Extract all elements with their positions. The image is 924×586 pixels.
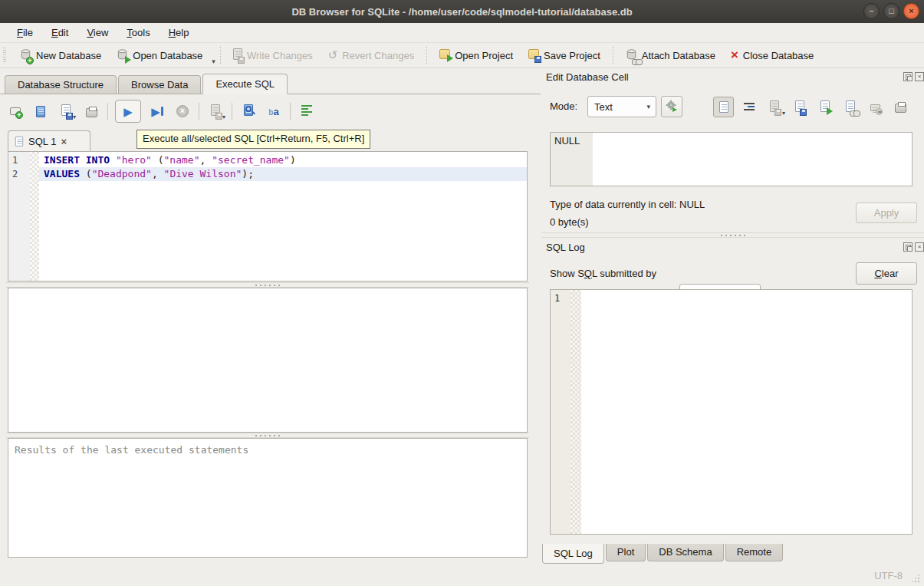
import-data-button: ▾ — [764, 97, 784, 117]
menu-tools[interactable]: Tools — [117, 23, 159, 42]
format-sql-button[interactable] — [298, 101, 316, 121]
tooltip: Execute all/selected SQL [Ctrl+Return, F… — [136, 130, 370, 149]
cell-editor-content[interactable] — [593, 133, 912, 186]
tab-close-icon[interactable]: × — [61, 136, 67, 147]
open-database-button[interactable]: Open Database — [109, 44, 210, 66]
word-wrap-button[interactable] — [738, 97, 759, 117]
open-sql-file-icon — [36, 106, 45, 117]
sql-code-editor[interactable]: 1 2 INSERT INTO "hero" ("name", "secret_… — [8, 151, 528, 281]
splitter-handle[interactable] — [541, 232, 924, 238]
menu-help[interactable]: Help — [159, 23, 199, 42]
cell-value: NULL — [554, 135, 580, 146]
app-window: DB Browser for SQLite - /home/user/code/… — [0, 0, 924, 586]
dock-close-icon[interactable]: × — [915, 242, 924, 252]
tab-sql-log[interactable]: SQL Log — [542, 544, 604, 564]
save-sql-file-button[interactable]: ▾ — [57, 101, 75, 121]
save-results-button: ▾ — [206, 101, 225, 121]
execute-all-button[interactable]: ▶ — [115, 100, 141, 123]
toolbar-separator — [199, 103, 199, 120]
execute-all-icon: ▶ — [123, 106, 133, 117]
open-in-app-button[interactable] — [814, 97, 835, 117]
log-content[interactable] — [581, 290, 912, 534]
log-fold-margin — [571, 290, 581, 534]
link-icon — [846, 100, 855, 114]
sql-log-view[interactable]: 1 — [550, 289, 912, 535]
dock-float-icon[interactable] — [903, 72, 912, 81]
save-sql-dropdown-icon[interactable]: ▾ — [73, 114, 76, 120]
word-wrap-icon — [744, 103, 755, 112]
results-grid-pane[interactable] — [8, 288, 528, 433]
main-toolbar: + New Database Open Database ▾ Write Cha… — [0, 43, 924, 68]
sql-toolbar: + ▾ ▶ ▶ × ▾ ba — [6, 98, 316, 124]
window-title: DB Browser for SQLite - /home/user/code/… — [291, 6, 632, 18]
open-sql-file-button[interactable] — [31, 101, 50, 121]
find-button[interactable] — [239, 101, 258, 121]
close-database-button[interactable]: × Close Database — [723, 44, 821, 66]
attach-database-button[interactable]: Attach Database — [618, 44, 723, 66]
results-message-pane[interactable]: Results of the last executed statements — [8, 438, 528, 558]
mode-select[interactable]: Text ▾ — [587, 96, 656, 117]
edit-cell-dock-buttons: × — [903, 72, 924, 81]
print-cell-button[interactable] — [890, 97, 911, 117]
save-project-button[interactable]: Save Project — [521, 44, 608, 66]
print-sql-button[interactable] — [82, 101, 100, 121]
sql-file-tab[interactable]: SQL 1 × — [8, 130, 90, 151]
import-icon — [770, 100, 779, 114]
revert-changes-icon: ↺ — [328, 48, 338, 62]
code-line-current: VALUES ("Deadpond", "Dive Wilson"); — [39, 167, 527, 181]
write-changes-button: Write Changes — [225, 44, 321, 66]
line-number: 1 — [12, 153, 30, 167]
title-bar: DB Browser for SQLite - /home/user/code/… — [0, 0, 924, 23]
maximize-icon[interactable]: □ — [883, 3, 899, 19]
dock-close-icon[interactable]: × — [915, 72, 924, 81]
cell-value-editor[interactable]: NULL — [550, 132, 912, 186]
close-icon[interactable]: × — [903, 3, 919, 19]
menu-bar: File Edit View Tools Help — [0, 23, 924, 43]
new-database-icon: + — [20, 48, 31, 63]
menu-edit[interactable]: Edit — [42, 23, 77, 42]
line-number: 2 — [12, 167, 30, 181]
splitter-handle[interactable] — [6, 433, 529, 438]
dock-float-icon[interactable] — [903, 242, 912, 252]
menu-file[interactable]: File — [8, 23, 42, 42]
export-data-button[interactable] — [789, 97, 810, 117]
tab-browse-data[interactable]: Browse Data — [118, 75, 201, 94]
toolbar-separator — [107, 103, 108, 120]
stop-execution-button: × — [173, 101, 192, 121]
format-icon — [301, 105, 312, 117]
open-project-button[interactable]: Open Project — [432, 44, 521, 66]
text-mode-button[interactable] — [713, 97, 734, 117]
gear-import-icon — [666, 100, 678, 114]
tab-execute-sql[interactable]: Execute SQL — [202, 74, 288, 94]
window-controls: − □ × — [863, 3, 919, 19]
resize-grip[interactable] — [912, 574, 919, 582]
copy-link-button[interactable] — [840, 97, 860, 117]
autocomplete-button[interactable]: ba — [265, 101, 283, 121]
toolbar-separator — [613, 47, 613, 64]
tab-plot[interactable]: Plot — [606, 544, 646, 561]
open-database-icon — [117, 48, 128, 63]
sql-log-title: SQL Log — [546, 242, 585, 253]
clear-log-button[interactable]: Clear — [856, 262, 917, 285]
edit-cell-title: Edit Database Cell — [546, 71, 629, 83]
tab-remote[interactable]: Remote — [725, 544, 784, 561]
line-number-gutter: 1 2 — [8, 152, 30, 281]
bottom-tab-bar: SQL Log Plot DB Schema Remote — [542, 544, 783, 564]
splitter-handle[interactable] — [6, 282, 529, 288]
open-project-icon — [439, 49, 450, 61]
toolbar-handle[interactable] — [3, 48, 6, 63]
open-database-dropdown-icon[interactable]: ▾ — [212, 58, 215, 67]
apply-data-type-button[interactable] — [661, 96, 682, 117]
main-tab-bar: Database Structure Browse Data Execute S… — [0, 74, 541, 94]
tab-database-structure[interactable]: Database Structure — [5, 75, 117, 94]
code-area[interactable]: INSERT INTO "hero" ("name", "secret_name… — [39, 152, 527, 281]
tab-db-schema[interactable]: DB Schema — [647, 544, 723, 561]
execute-line-button[interactable]: ▶ — [148, 101, 166, 121]
new-database-button[interactable]: + New Database — [12, 44, 109, 66]
minimize-icon[interactable]: − — [863, 3, 880, 19]
open-external-icon — [820, 100, 830, 114]
new-sql-tab-button[interactable]: + — [6, 101, 25, 121]
menu-view[interactable]: View — [77, 23, 117, 42]
toolbar-separator — [426, 47, 427, 64]
save-sql-file-icon — [61, 104, 71, 118]
